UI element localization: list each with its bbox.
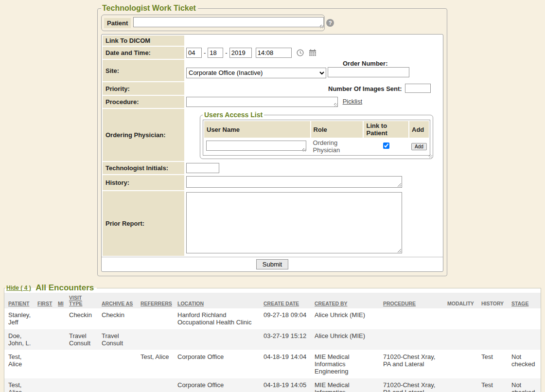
patient-input-wrap — [133, 17, 324, 29]
tech-initials-input[interactable] — [186, 163, 219, 173]
date-time-label: Date and Time: — [103, 47, 184, 59]
table-row[interactable]: Doe, John, L. Travel Consult Travel Cons… — [4, 329, 541, 350]
all-encounters-legend: Hide ( 4 ) All Encounters — [5, 283, 97, 293]
priority-row: Priority: Number Of Images Sent: — [103, 82, 442, 95]
picklist-link[interactable]: Picklist — [343, 98, 362, 105]
calendar-icon[interactable] — [309, 49, 316, 56]
table-row[interactable]: Test, Alice Corporate Office 04-18-19 14… — [4, 378, 541, 392]
order-number-label: Order Number: — [343, 60, 409, 67]
role-value: Ordering Physician — [311, 139, 363, 154]
users-access-list-title: Users Access List — [203, 111, 264, 119]
column-header-role: Role — [311, 121, 363, 138]
help-icon[interactable]: ? — [326, 19, 334, 27]
prior-report-textarea[interactable] — [186, 192, 402, 253]
column-header-modality: MODALITY — [443, 293, 477, 308]
site-row: Site: Corporate Office (Inactive) Order … — [103, 60, 442, 81]
user-name-input[interactable] — [206, 141, 306, 151]
column-header-first[interactable]: FIRST — [34, 293, 54, 308]
table-row[interactable]: Stanley, Jeff Checkin Checkin Hanford Ri… — [4, 308, 541, 329]
column-header-patient[interactable]: PATIENT — [4, 293, 34, 308]
encounters-table: PATIENT FIRST MI VISIT TYPE ARCHIVE AS R… — [4, 293, 541, 392]
column-header-link-to-patient: Link to Patient — [364, 121, 408, 138]
column-header-referrers[interactable]: REFERRERS — [137, 293, 174, 308]
patient-label: Patient — [104, 18, 131, 28]
site-select[interactable]: Corporate Office (Inactive) — [186, 68, 326, 78]
column-header-created-by[interactable]: CREATED BY — [311, 293, 379, 308]
history-label: History: — [103, 175, 184, 190]
ordering-physician-label: Ordering Physician: — [103, 109, 184, 161]
encounters-header-row: PATIENT FIRST MI VISIT TYPE ARCHIVE AS R… — [4, 293, 541, 308]
column-header-visit-type[interactable]: VISIT TYPE — [65, 293, 98, 308]
day-input[interactable] — [208, 48, 223, 58]
column-header-history: HISTORY — [477, 293, 508, 308]
tech-initials-row: Technologist Initials: — [103, 162, 442, 174]
column-header-procedure[interactable]: PROCEDURE — [379, 293, 443, 308]
date-time-row: Date and Time: - - — [103, 47, 442, 59]
date-separator: - — [225, 49, 227, 56]
ordering-physician-row: Ordering Physician: Users Access List Us… — [103, 109, 442, 161]
procedure-input[interactable] — [186, 97, 338, 107]
column-header-user-name: User Name — [204, 121, 310, 138]
column-header-location[interactable]: LOCATION — [174, 293, 260, 308]
submit-button[interactable]: Submit — [256, 259, 288, 269]
procedure-input-wrap — [186, 97, 338, 107]
link-to-patient-checkbox[interactable] — [383, 143, 389, 149]
work-ticket-fieldset: Technologist Work Ticket Patient ? Link … — [97, 4, 447, 276]
order-number-input[interactable] — [328, 67, 409, 77]
submit-row: Submit — [102, 257, 443, 271]
users-access-list-fieldset: Users Access List User Name Role Link to… — [200, 111, 433, 159]
prior-report-row: Prior Report: — [103, 191, 442, 256]
tech-initials-label: Technologist Initials: — [103, 162, 184, 174]
history-row: History: — [103, 175, 442, 190]
month-input[interactable] — [186, 48, 202, 58]
user-name-input-wrap — [206, 141, 306, 152]
site-label: Site: — [103, 60, 184, 81]
column-header-archive-as[interactable]: ARCHIVE AS — [98, 293, 137, 308]
images-sent-label: Number Of Images Sent: — [328, 85, 402, 92]
users-access-list-row: Ordering Physician Add — [204, 139, 429, 154]
order-number-block: Order Number: — [328, 60, 409, 77]
column-header-add: Add — [409, 121, 429, 138]
clock-icon[interactable] — [297, 49, 304, 56]
patient-row: Patient ? — [101, 15, 325, 31]
images-sent-input[interactable] — [405, 84, 431, 93]
priority-label: Priority: — [103, 82, 184, 95]
all-encounters-panel: Hide ( 4 ) All Encounters PATIENT FIRST … — [4, 283, 541, 392]
add-button[interactable]: Add — [411, 143, 427, 150]
history-textarea[interactable] — [186, 176, 402, 188]
column-header-mi[interactable]: MI — [54, 293, 65, 308]
prior-report-label: Prior Report: — [103, 191, 184, 256]
hide-link[interactable]: Hide ( 4 ) — [6, 285, 31, 291]
all-encounters-title: All Encounters — [35, 283, 94, 292]
time-input[interactable] — [256, 48, 292, 58]
date-separator: - — [204, 49, 206, 56]
form-body: Link To DICOM Date and Time: - - — [101, 34, 443, 272]
year-input[interactable] — [229, 48, 252, 58]
table-row[interactable]: Test, Alice Test, Alice Corporate Office… — [4, 350, 541, 378]
work-ticket-title: Technologist Work Ticket — [101, 4, 198, 13]
column-header-create-date[interactable]: CREATE DATE — [260, 293, 311, 308]
procedure-row: Procedure: Picklist — [103, 96, 442, 108]
procedure-label: Procedure: — [103, 96, 184, 108]
work-ticket-section: Technologist Work Ticket Patient ? Link … — [0, 0, 545, 276]
link-to-dicom-label: Link To DICOM — [103, 36, 184, 46]
patient-input[interactable] — [133, 17, 324, 27]
link-to-dicom-row: Link To DICOM — [103, 36, 442, 46]
column-header-stage[interactable]: STAGE — [508, 293, 541, 308]
